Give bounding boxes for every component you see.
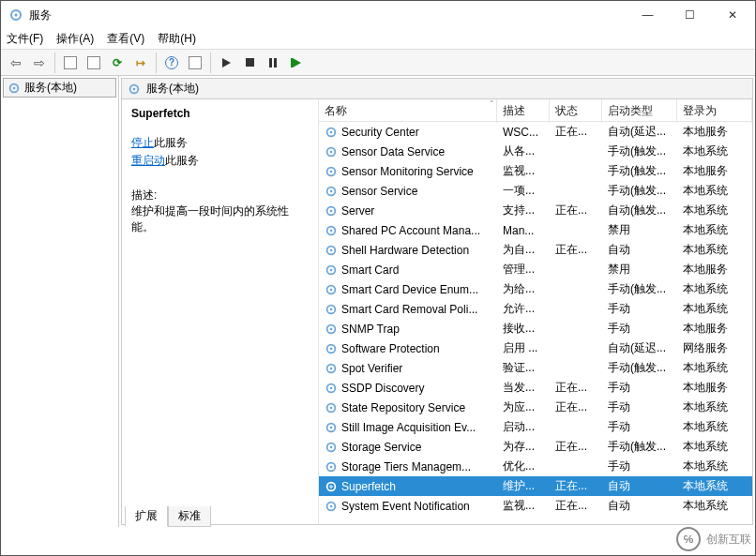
detail-pane-button[interactable] <box>59 52 82 74</box>
nav-back-button[interactable]: ⇦ <box>5 52 27 74</box>
table-row[interactable]: Sensor Service一项...手动(触发...本地系统 <box>319 181 752 201</box>
maximize-button[interactable]: ☐ <box>669 1 711 29</box>
menu-file[interactable]: 文件(F) <box>7 31 43 47</box>
pause-button[interactable] <box>262 52 284 74</box>
table-row[interactable]: Sensor Data Service从各...手动(触发...本地系统 <box>319 142 752 161</box>
window-title: 服务 <box>29 8 627 23</box>
close-button[interactable]: ✕ <box>711 1 753 29</box>
service-gear-icon <box>325 263 338 277</box>
svg-point-25 <box>330 308 333 310</box>
row-startup: 自动(延迟... <box>602 124 677 140</box>
row-startup: 手动 <box>602 419 677 435</box>
stop-button[interactable] <box>238 52 261 74</box>
table-row[interactable]: Server支持...正在...自动(触发...本地系统 <box>319 201 752 220</box>
table-row[interactable]: State Repository Service为应...正在...手动本地系统 <box>319 398 752 417</box>
table-row[interactable]: Sensor Monitoring Service监视...手动(触发...本地… <box>319 161 752 181</box>
svg-point-35 <box>330 406 333 409</box>
col-status[interactable]: 状态 <box>550 99 602 123</box>
svg-point-17 <box>330 229 333 232</box>
row-name: Superfetch <box>341 480 396 493</box>
tab-standard[interactable]: 标准 <box>168 506 211 527</box>
table-row[interactable]: Smart Card管理...禁用本地服务 <box>319 260 752 279</box>
row-desc: 为给... <box>497 281 550 297</box>
table-row[interactable]: Software Protection启用 ...自动(延迟...网络服务 <box>319 338 752 358</box>
row-name: Security Center <box>341 126 419 139</box>
help-button[interactable]: ? <box>160 52 183 74</box>
table-row[interactable]: Security CenterWSC...正在...自动(延迟...本地服务 <box>319 122 752 142</box>
row-desc: 一项... <box>497 183 550 199</box>
col-name[interactable]: 名称˄ <box>319 99 497 123</box>
table-row[interactable]: Shared PC Account Mana...Man...禁用本地系统 <box>319 220 752 240</box>
row-startup: 禁用 <box>602 262 677 278</box>
toolbar: ⇦ ⇨ ⟳ ↦ ? <box>1 50 755 76</box>
service-gear-icon <box>325 303 338 316</box>
row-name: Storage Service <box>341 441 421 454</box>
table-row[interactable]: Storage Service为存...正在...手动(触发...本地系统 <box>319 437 752 457</box>
start-button[interactable] <box>215 52 237 74</box>
row-name: Still Image Acquisition Ev... <box>341 421 476 434</box>
stop-link[interactable]: 停止 <box>131 136 154 149</box>
row-status: 正在... <box>550 399 602 415</box>
nav-forward-button[interactable]: ⇨ <box>28 52 51 74</box>
service-gear-icon <box>325 382 338 395</box>
row-desc: 接收... <box>497 321 550 337</box>
table-row[interactable]: Smart Card Removal Poli...允许...手动本地系统 <box>319 299 752 319</box>
minimize-button[interactable]: — <box>627 1 669 29</box>
col-desc[interactable]: 描述 <box>497 99 550 123</box>
tree-root-item[interactable]: 服务(本地) <box>3 78 116 98</box>
properties-button[interactable] <box>184 52 206 74</box>
restart-button[interactable] <box>285 52 308 74</box>
row-name: Spot Verifier <box>341 362 402 375</box>
refresh-button[interactable]: ⟳ <box>106 52 129 74</box>
row-desc: 当发... <box>497 380 550 396</box>
menu-view[interactable]: 查看(V) <box>107 31 144 47</box>
row-desc: 启用 ... <box>497 340 550 356</box>
export-button[interactable]: ↦ <box>129 52 152 74</box>
row-desc: 优化... <box>497 458 550 474</box>
row-name: Storage Tiers Managem... <box>341 460 471 473</box>
row-name: Server <box>341 204 374 218</box>
list-pane-button[interactable] <box>83 52 105 74</box>
svg-point-7 <box>330 130 333 133</box>
row-desc: 为应... <box>497 399 550 415</box>
toolbar-separator <box>54 53 55 73</box>
col-startup[interactable]: 启动类型 <box>602 99 677 123</box>
table-row[interactable]: System Event Notification监视...正在...自动本地系… <box>319 496 752 516</box>
row-desc: 为存... <box>497 439 550 455</box>
svg-point-39 <box>330 445 333 448</box>
menu-action[interactable]: 操作(A) <box>56 31 94 47</box>
table-row[interactable]: Still Image Acquisition Ev...启动...手动本地系统 <box>319 417 752 437</box>
restart-link[interactable]: 重启动 <box>131 154 165 167</box>
row-logon: 本地系统 <box>677 399 752 415</box>
row-logon: 本地系统 <box>677 242 752 258</box>
table-row[interactable]: SNMP Trap接收...手动本地服务 <box>319 319 752 338</box>
row-startup: 手动(触发... <box>602 281 677 297</box>
table-row[interactable]: Smart Card Device Enum...为给...手动(触发...本地… <box>319 279 752 299</box>
row-startup: 自动 <box>602 242 677 258</box>
row-desc: Man... <box>497 224 550 237</box>
services-list[interactable]: 名称˄ 描述 状态 启动类型 登录为 Security CenterWSC...… <box>319 99 752 524</box>
services-icon <box>8 82 21 95</box>
row-desc: 支持... <box>497 203 550 218</box>
menu-help[interactable]: 帮助(H) <box>158 31 196 47</box>
row-logon: 本地服务 <box>677 262 752 278</box>
tab-extended[interactable]: 扩展 <box>125 506 168 527</box>
table-row[interactable]: Superfetch维护...正在...自动本地系统 <box>319 476 752 496</box>
table-row[interactable]: Spot Verifier验证...手动(触发...本地系统 <box>319 358 752 378</box>
svg-point-19 <box>330 248 333 251</box>
pane-header: 服务(本地) <box>122 79 752 99</box>
svg-point-41 <box>330 465 333 468</box>
row-desc: 启动... <box>497 419 550 435</box>
svg-point-33 <box>330 386 333 389</box>
col-logon[interactable]: 登录为 <box>677 99 752 123</box>
table-row[interactable]: Shell Hardware Detection为自...正在...自动本地系统 <box>319 240 752 260</box>
service-gear-icon <box>325 460 338 473</box>
service-gear-icon <box>325 480 338 493</box>
service-gear-icon <box>325 362 338 375</box>
svg-point-13 <box>330 189 333 192</box>
table-row[interactable]: Storage Tiers Managem...优化...手动本地系统 <box>319 457 752 476</box>
service-gear-icon <box>325 224 338 237</box>
table-row[interactable]: SSDP Discovery当发...正在...手动本地服务 <box>319 378 752 398</box>
row-status: 正在... <box>550 380 602 396</box>
watermark-text: 创新互联 <box>706 532 751 548</box>
